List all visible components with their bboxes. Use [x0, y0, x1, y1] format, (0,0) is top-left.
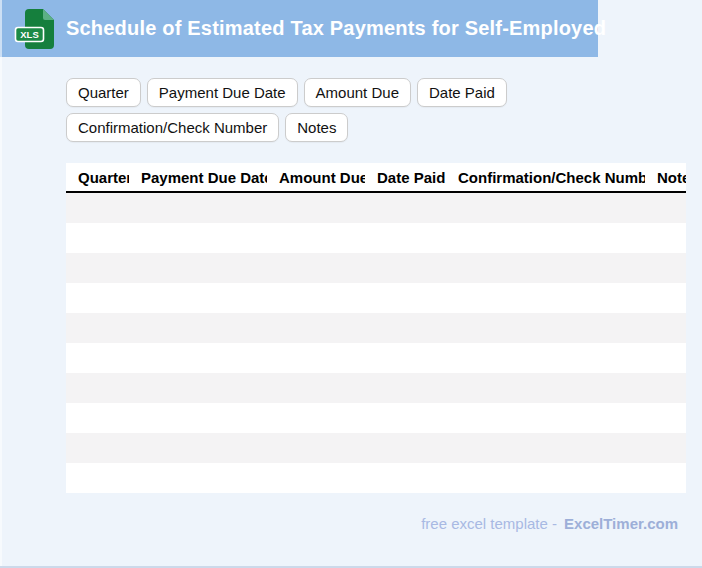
table-cell[interactable] [267, 463, 365, 493]
table-cell[interactable] [365, 192, 446, 223]
table-cell[interactable] [645, 253, 686, 283]
table-row[interactable] [66, 253, 686, 283]
column-header-date-paid: Date Paid [365, 163, 446, 192]
table-cell[interactable] [267, 343, 365, 373]
table-header-row: Quarter Payment Due Date Amount Due Date… [66, 163, 686, 192]
table-cell[interactable] [267, 283, 365, 313]
table-cell[interactable] [66, 343, 129, 373]
table-cell[interactable] [446, 403, 645, 433]
table-cell[interactable] [66, 223, 129, 253]
footer-brand-link[interactable]: ExcelTimer.com [564, 515, 678, 532]
table-row[interactable] [66, 223, 686, 253]
table-row[interactable] [66, 192, 686, 223]
table-cell[interactable] [129, 463, 267, 493]
table-cell[interactable] [66, 283, 129, 313]
table-cell[interactable] [645, 463, 686, 493]
table-cell[interactable] [365, 253, 446, 283]
table-cell[interactable] [365, 283, 446, 313]
table-row[interactable] [66, 313, 686, 343]
table-cell[interactable] [446, 343, 645, 373]
table-cell[interactable] [66, 433, 129, 463]
table-cell[interactable] [129, 373, 267, 403]
page: { "header": { "title": "Schedule of Esti… [0, 0, 702, 568]
chip-quarter[interactable]: Quarter [66, 78, 141, 107]
table-row[interactable] [66, 283, 686, 313]
column-header-confirmation-check-number: Confirmation/Check Number [446, 163, 645, 192]
table-cell[interactable] [66, 403, 129, 433]
table-cell[interactable] [645, 283, 686, 313]
table-cell[interactable] [267, 433, 365, 463]
chip-confirmation-check-number[interactable]: Confirmation/Check Number [66, 113, 279, 142]
table-cell[interactable] [129, 433, 267, 463]
table-cell[interactable] [267, 373, 365, 403]
table-cell[interactable] [129, 283, 267, 313]
table-cell[interactable] [129, 192, 267, 223]
table-cell[interactable] [66, 192, 129, 223]
table-cell[interactable] [66, 313, 129, 343]
chip-notes[interactable]: Notes [285, 113, 348, 142]
table-row[interactable] [66, 463, 686, 493]
table-cell[interactable] [446, 253, 645, 283]
table-cell[interactable] [446, 283, 645, 313]
table-cell[interactable] [365, 343, 446, 373]
schedule-table: Quarter Payment Due Date Amount Due Date… [66, 163, 686, 493]
table-cell[interactable] [66, 373, 129, 403]
table-cell[interactable] [645, 373, 686, 403]
svg-text:XLS: XLS [20, 29, 38, 40]
table-cell[interactable] [645, 433, 686, 463]
table-cell[interactable] [645, 343, 686, 373]
table-cell[interactable] [446, 313, 645, 343]
table-cell[interactable] [446, 373, 645, 403]
table-cell[interactable] [267, 253, 365, 283]
table-body [66, 192, 686, 493]
window-edge-left [0, 0, 2, 568]
table-row[interactable] [66, 433, 686, 463]
table-cell[interactable] [446, 192, 645, 223]
table-cell[interactable] [129, 253, 267, 283]
table-cell[interactable] [446, 223, 645, 253]
column-header-amount-due: Amount Due [267, 163, 365, 192]
page-title: Schedule of Estimated Tax Payments for S… [66, 17, 606, 40]
field-chip-list: Quarter Payment Due Date Amount Due Date… [66, 78, 697, 142]
table-cell[interactable] [267, 223, 365, 253]
table-cell[interactable] [645, 192, 686, 223]
table-cell[interactable] [365, 373, 446, 403]
xls-file-icon: XLS [13, 6, 59, 52]
table-cell[interactable] [129, 403, 267, 433]
footer: free excel template -ExcelTimer.com [0, 515, 678, 532]
table-cell[interactable] [645, 313, 686, 343]
table-cell[interactable] [645, 223, 686, 253]
chip-amount-due[interactable]: Amount Due [304, 78, 411, 107]
table-cell[interactable] [446, 433, 645, 463]
table-cell[interactable] [129, 343, 267, 373]
table-cell[interactable] [267, 313, 365, 343]
column-header-notes: Notes [645, 163, 686, 192]
table-cell[interactable] [267, 192, 365, 223]
table-cell[interactable] [365, 223, 446, 253]
chip-payment-due-date[interactable]: Payment Due Date [147, 78, 298, 107]
chip-date-paid[interactable]: Date Paid [417, 78, 507, 107]
table-cell[interactable] [365, 433, 446, 463]
table-cell[interactable] [365, 463, 446, 493]
table-cell[interactable] [267, 403, 365, 433]
table-row[interactable] [66, 373, 686, 403]
table-cell[interactable] [446, 463, 645, 493]
table-cell[interactable] [129, 313, 267, 343]
table-row[interactable] [66, 343, 686, 373]
table-cell[interactable] [645, 403, 686, 433]
column-header-quarter: Quarter [66, 163, 129, 192]
table-row[interactable] [66, 403, 686, 433]
table-cell[interactable] [365, 313, 446, 343]
table-cell[interactable] [66, 463, 129, 493]
column-header-payment-due-date: Payment Due Date [129, 163, 267, 192]
table-cell[interactable] [365, 403, 446, 433]
table-cell[interactable] [66, 253, 129, 283]
title-bar: XLS Schedule of Estimated Tax Payments f… [0, 0, 598, 57]
footer-text: free excel template - [421, 515, 557, 532]
table-cell[interactable] [129, 223, 267, 253]
spreadsheet-preview: Quarter Payment Due Date Amount Due Date… [66, 163, 686, 493]
